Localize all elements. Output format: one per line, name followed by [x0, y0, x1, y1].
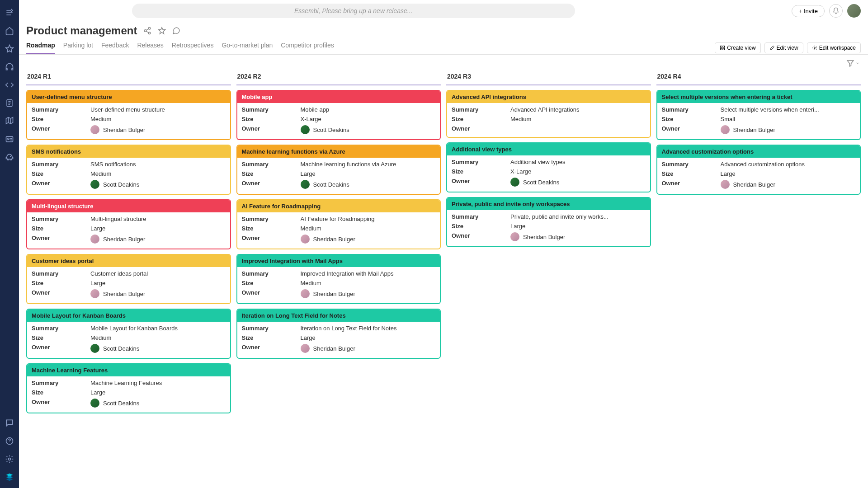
card-owner: Sheridan Bulger — [301, 235, 436, 244]
card-value-size: Large — [301, 170, 436, 177]
invite-button[interactable]: +Invite — [792, 5, 825, 17]
card-title: Advanced customization options — [657, 145, 860, 158]
roadmap-card[interactable]: Private, public and invite only workspac… — [446, 197, 651, 247]
roadmap-card[interactable]: Customer ideas portalSummaryCustomer ide… — [26, 254, 231, 304]
card-value-size: Large — [721, 170, 856, 177]
tab-go-to-market-plan[interactable]: Go-to-market plan — [222, 42, 273, 54]
help-icon[interactable] — [4, 436, 15, 446]
card-owner: Sheridan Bulger — [90, 235, 226, 244]
roadmap-card[interactable]: Improved Integration with Mail AppsSumma… — [236, 254, 441, 304]
card-value-size: Medium — [90, 116, 226, 122]
svg-point-3 — [10, 156, 11, 157]
roadmap-card[interactable]: Mobile appSummaryMobile appSizeX-LargeOw… — [236, 90, 441, 140]
card-value-summary: Multi-lingual structure — [90, 216, 226, 222]
roadmap-card[interactable]: Mobile Layout for Kanban BoardsSummaryMo… — [26, 309, 231, 359]
favorite-icon[interactable] — [158, 27, 166, 35]
menu-collapse-icon[interactable] — [4, 7, 15, 18]
roadmap-card[interactable]: AI Feature for RoadmappingSummaryAI Feat… — [236, 199, 441, 249]
piggy-bank-icon[interactable] — [4, 152, 15, 163]
create-view-button[interactable]: Create view — [715, 42, 760, 53]
notifications-button[interactable] — [829, 4, 843, 18]
owner-avatar — [90, 235, 99, 244]
card-label: Size — [452, 223, 510, 230]
edit-view-button[interactable]: Edit view — [764, 42, 803, 53]
roadmap-card[interactable]: Iteration on Long Text Field for NotesSu… — [236, 309, 441, 359]
roadmap-card[interactable]: User-defined menu structureSummaryUser-d… — [26, 90, 231, 140]
card-value-size: Medium — [510, 116, 646, 122]
svg-rect-1 — [6, 136, 13, 142]
roadmap-card[interactable]: Advanced customization optionsSummaryAdv… — [656, 145, 861, 195]
owner-name: Sheridan Bulger — [103, 127, 145, 133]
tab-competitor-profiles[interactable]: Competitor profiles — [281, 42, 334, 54]
roadmap-card[interactable]: Additional view typesSummaryAdditional v… — [446, 142, 651, 192]
document-icon[interactable] — [4, 98, 15, 108]
svg-rect-12 — [723, 48, 725, 50]
svg-rect-9 — [721, 46, 722, 48]
tab-parking-lot[interactable]: Parking lot — [63, 42, 93, 54]
owner-avatar — [90, 344, 99, 353]
comment-icon[interactable] — [172, 27, 180, 35]
owner-avatar — [301, 289, 310, 298]
gear-icon[interactable] — [4, 454, 15, 465]
card-value-summary: Machine Learning Features — [90, 380, 226, 386]
svg-rect-10 — [723, 46, 725, 48]
edit-workspace-button[interactable]: Edit workspace — [807, 42, 861, 53]
code-icon[interactable] — [4, 80, 15, 90]
owner-avatar — [90, 399, 99, 408]
card-value-size: Large — [90, 280, 226, 286]
home-icon[interactable] — [4, 25, 15, 36]
card-title: Iteration on Long Text Field for Notes — [237, 310, 440, 322]
svg-point-5 — [9, 458, 11, 460]
card-owner: Sheridan Bulger — [90, 125, 226, 134]
card-value-summary: Select multiple versions when enteri... — [721, 106, 856, 113]
card-label: Size — [662, 116, 721, 122]
owner-name: Scott Deakins — [103, 400, 139, 407]
id-card-icon[interactable] — [4, 134, 15, 145]
card-label: Size — [242, 116, 301, 122]
tab-feedback[interactable]: Feedback — [101, 42, 129, 54]
card-label: Size — [662, 170, 721, 177]
share-icon[interactable] — [143, 27, 151, 35]
card-value-summary: User-defined menu structure — [90, 106, 226, 113]
user-avatar[interactable] — [847, 4, 861, 18]
star-icon[interactable] — [4, 43, 15, 54]
owner-avatar — [90, 125, 99, 134]
card-owner: Scott Deakins — [90, 399, 226, 408]
card-title: Mobile Layout for Kanban Boards — [27, 310, 230, 322]
owner-name: Sheridan Bulger — [103, 291, 145, 297]
card-label: Owner — [242, 180, 301, 189]
owner-avatar — [90, 180, 99, 189]
roadmap-card[interactable]: Advanced API integrationsSummaryAdvanced… — [446, 90, 651, 138]
card-value-size: Large — [301, 334, 436, 341]
owner-avatar — [721, 125, 730, 134]
roadmap-card[interactable]: Select multiple versions when entering a… — [656, 90, 861, 140]
brand-logo-icon[interactable] — [4, 472, 15, 483]
card-label: Summary — [242, 325, 301, 332]
roadmap-card[interactable]: Machine Learning FeaturesSummaryMachine … — [26, 363, 231, 413]
card-label: Size — [242, 225, 301, 232]
page-header: Product management — [19, 22, 868, 37]
card-label: Owner — [242, 125, 301, 134]
card-value-summary: SMS notifications — [90, 161, 226, 168]
card-label: Summary — [32, 106, 90, 113]
roadmap-card[interactable]: Machine learning functions via AzureSumm… — [236, 145, 441, 195]
roadmap-card[interactable]: Multi-lingual structureSummaryMulti-ling… — [26, 199, 231, 249]
card-owner: Scott Deakins — [301, 125, 436, 134]
card-value-summary: Mobile Layout for Kanban Boards — [90, 325, 226, 332]
owner-name: Sheridan Bulger — [523, 234, 565, 240]
card-owner: Sheridan Bulger — [721, 125, 856, 134]
search-input[interactable]: Essembi, Please bring up a new release..… — [132, 4, 575, 18]
headphones-icon[interactable] — [4, 61, 15, 72]
map-icon[interactable] — [4, 116, 15, 127]
tab-releases[interactable]: Releases — [137, 42, 163, 54]
tab-roadmap[interactable]: Roadmap — [26, 42, 55, 54]
card-title: Machine learning functions via Azure — [237, 145, 440, 158]
card-value-summary: Additional view types — [510, 159, 646, 165]
card-label: Owner — [452, 125, 510, 132]
filter-button[interactable] — [846, 59, 860, 67]
roadmap-card[interactable]: SMS notificationsSummarySMS notification… — [26, 145, 231, 195]
tab-retrospectives[interactable]: Retrospectives — [172, 42, 214, 54]
chat-icon[interactable] — [4, 418, 15, 428]
card-label: Owner — [32, 125, 90, 134]
owner-avatar — [301, 344, 310, 353]
